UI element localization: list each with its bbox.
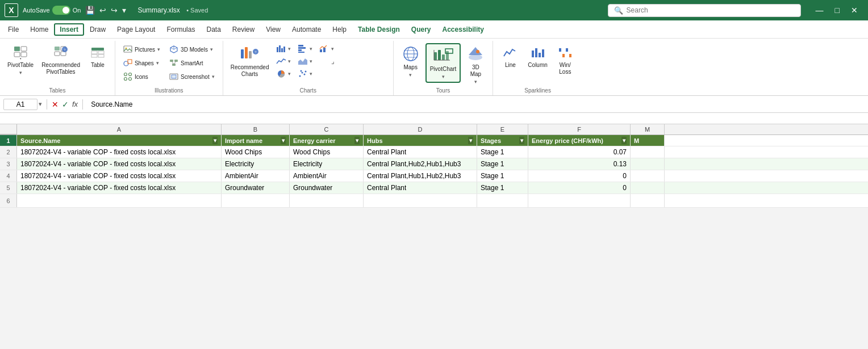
cell-4-b[interactable]: AmbientAir [222,170,290,182]
filter-arrow-e[interactable]: ▾ [519,137,524,144]
col-header-d[interactable]: D [364,124,477,134]
maximize-button[interactable]: □ [829,0,845,20]
menu-page-layout[interactable]: Page Layout [111,23,161,36]
screenshot-button[interactable]: Screenshot ▾ [166,70,218,83]
col-header-c[interactable]: C [290,124,364,134]
cell-5-c[interactable]: Groundwater [290,182,364,194]
header-cell-m[interactable]: M [631,135,665,146]
cell-5-b[interactable]: Groundwater [222,182,290,194]
cell-2-e[interactable]: Stage 1 [477,146,528,158]
menu-home[interactable]: Home [24,23,54,36]
pictures-button[interactable]: Pictures ▾ [120,43,164,56]
area-chart-button[interactable]: ▾ [295,56,315,67]
cell-5-m[interactable] [631,182,665,194]
cell-4-m[interactable] [631,170,665,182]
menu-help[interactable]: Help [327,23,352,36]
cell-6-c[interactable] [290,194,364,207]
menu-query[interactable]: Query [406,23,437,36]
cell-6-d[interactable] [364,194,477,207]
3d-models-button[interactable]: 3D Models ▾ [166,43,218,56]
undo-icon[interactable]: ↩ [99,6,106,15]
sparkline-column-button[interactable]: Column [525,43,550,70]
menu-view[interactable]: View [260,23,286,36]
cell-reference-input[interactable] [3,99,37,110]
menu-file[interactable]: File [2,23,24,36]
header-cell-stages[interactable]: Stages ▾ [477,135,528,146]
cell-2-m[interactable] [631,146,665,158]
filter-arrow-c[interactable]: ▾ [354,137,360,144]
menu-accessibility[interactable]: Accessibility [437,23,490,36]
col-header-e[interactable]: E [477,124,528,134]
redo-icon[interactable]: ↪ [111,6,118,15]
line-chart-button[interactable]: ▾ [274,56,293,67]
menu-table-design[interactable]: Table Design [352,23,406,36]
cell-5-e[interactable]: Stage 1 [477,182,528,194]
cell-6-f[interactable] [528,194,631,207]
menu-automate[interactable]: Automate [286,23,327,36]
pivot-table-button[interactable]: ▾ PivotTable ▾ [5,43,36,77]
cell-2-b[interactable]: Wood Chips [222,146,290,158]
cell-4-d[interactable]: Central Plant,Hub1,Hub2,Hub3 [364,170,477,182]
cell-5-a[interactable]: 18072024-V4 - variable COP - fixed costs… [17,182,222,194]
maps-button[interactable]: Maps ▾ [398,43,423,79]
header-cell-hubs[interactable]: Hubs ▾ [364,135,477,146]
rec-pivot-tables-button[interactable]: ? RecommendedPivotTables [39,43,83,77]
header-cell-energy-carrier[interactable]: Energy carrier ▾ [290,135,364,146]
search-bar[interactable]: 🔍 [608,4,801,17]
scatter-chart-button[interactable]: ▾ [295,68,315,79]
name-chevron[interactable]: ▾ [39,100,42,108]
bar-chart-button[interactable]: ▾ [295,43,315,54]
cell-4-c[interactable]: AmbientAir [290,170,364,182]
3d-map-button[interactable]: 3DMap ▾ [463,43,488,86]
minimize-button[interactable]: — [810,0,829,20]
shapes-button[interactable]: Shapes ▾ [120,57,164,69]
cell-6-b[interactable] [222,194,290,207]
cell-2-c[interactable]: Wood Chips [290,146,364,158]
sparkline-line-button[interactable]: Line [498,43,523,70]
column-chart-button[interactable]: ▾ [274,43,293,54]
cell-2-d[interactable]: Central Plant [364,146,477,158]
table-button[interactable]: Table [85,43,110,70]
filter-arrow-f[interactable]: ▾ [621,137,627,144]
cell-3-a[interactable]: 18072024-V4 - variable COP - fixed costs… [17,158,222,170]
cell-2-f[interactable]: 0.07 [528,146,631,158]
cell-3-f[interactable]: 0.13 [528,158,631,170]
col-header-b[interactable]: B [222,124,290,134]
icons-button[interactable]: Icons [120,70,164,83]
smartart-button[interactable]: SmartArt [166,57,218,69]
col-header-f[interactable]: F [528,124,631,134]
charts-expand-button[interactable]: ⌟ [329,57,336,66]
save-icon[interactable]: 💾 [85,6,95,15]
cell-5-f[interactable]: 0 [528,182,631,194]
cell-6-a[interactable] [17,194,222,207]
col-header-m[interactable]: M [631,124,665,134]
filter-arrow-b[interactable]: ▾ [281,137,286,144]
menu-insert[interactable]: Insert [54,23,84,36]
cell-3-e[interactable]: Stage 1 [477,158,528,170]
cell-2-a[interactable]: 18072024-V4 - variable COP - fixed costs… [17,146,222,158]
close-button[interactable]: ✕ [845,0,863,20]
header-cell-energy-price[interactable]: Energy price (CHF/kWh) ▾ [528,135,631,146]
menu-formulas[interactable]: Formulas [161,23,201,36]
cell-4-f[interactable]: 0 [528,170,631,182]
header-cell-import-name[interactable]: Import name ▾ [222,135,290,146]
pivot-chart-button[interactable]: PivotChart ▾ [425,43,461,83]
cell-4-a[interactable]: 18072024-V4 - variable COP - fixed costs… [17,170,222,182]
fx-icon[interactable]: fx [72,100,78,109]
customize-icon[interactable]: ▾ [122,6,126,15]
cell-3-m[interactable] [631,158,665,170]
menu-data[interactable]: Data [201,23,226,36]
formula-input[interactable] [87,100,865,108]
col-header-a[interactable]: A [17,124,222,134]
autosave-toggle[interactable] [52,6,70,15]
recommended-charts-button[interactable]: ? RecommendedCharts [228,43,272,79]
cell-3-c[interactable]: Electricity [290,158,364,170]
formula-cancel-icon[interactable]: ✕ [52,100,59,109]
formula-confirm-icon[interactable]: ✓ [62,100,69,109]
menu-draw[interactable]: Draw [84,23,111,36]
header-cell-source-name[interactable]: Source.Name ▾ [17,135,222,146]
menu-review[interactable]: Review [227,23,260,36]
cell-5-d[interactable]: Central Plant [364,182,477,194]
filter-arrow-a[interactable]: ▾ [212,137,218,144]
search-input[interactable] [627,6,795,14]
